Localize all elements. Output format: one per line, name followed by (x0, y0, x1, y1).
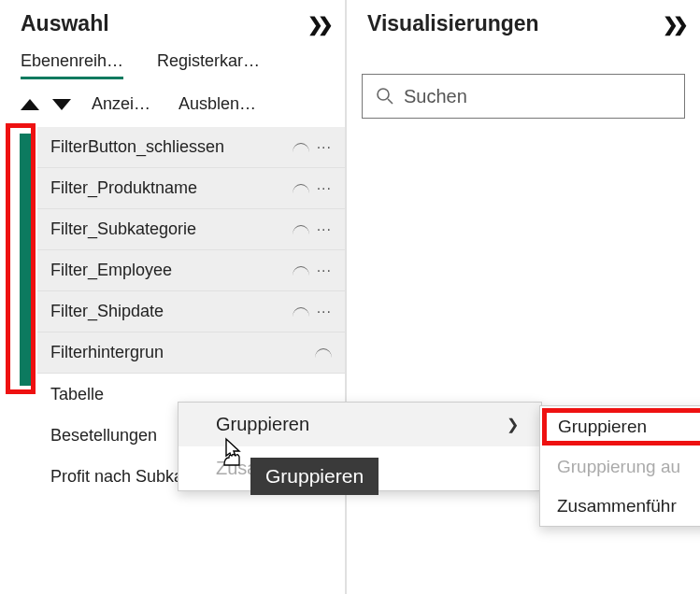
more-icon[interactable]: ··· (317, 139, 332, 156)
layer-label: Filter_Subkategorie (50, 219, 293, 239)
layer-item[interactable]: Filter_Employee ··· (37, 250, 345, 291)
submenu-item-ungroup: Gruppierung au (540, 447, 700, 487)
more-icon[interactable]: ··· (317, 221, 332, 238)
layer-label: Filterhintergrun (50, 343, 315, 362)
tab-tab-order[interactable]: Registerkar… (157, 51, 260, 79)
move-down-icon[interactable] (52, 99, 71, 110)
show-all-button[interactable]: Anzei… (92, 94, 150, 114)
visualizations-header: Visualisierungen ❯❯ (347, 0, 700, 51)
more-icon[interactable]: ··· (317, 304, 332, 320)
visibility-icon[interactable] (293, 184, 309, 193)
context-menu: Gruppieren ❯ Zusa (178, 402, 542, 491)
visibility-icon[interactable] (293, 266, 309, 276)
layer-label: Filter_Employee (50, 261, 293, 280)
selection-tabs: Ebenenreih… Registerkar… (0, 51, 345, 79)
tab-layer-order[interactable]: Ebenenreih… (21, 51, 123, 79)
submenu-label: Gruppierung au (557, 457, 680, 477)
selection-title: Auswahl (21, 11, 109, 36)
move-up-icon[interactable] (21, 99, 39, 110)
layer-item[interactable]: Filter_Shipdate ··· (37, 291, 345, 332)
context-item-group[interactable]: Gruppieren ❯ (179, 403, 541, 446)
selection-header: Auswahl ❯❯ (0, 0, 345, 51)
layer-item[interactable]: Filter_Produktname ··· (37, 168, 345, 209)
hide-all-button[interactable]: Ausblen… (179, 94, 256, 114)
layer-label: Filter_Shipdate (50, 302, 293, 321)
context-label: Zusa (216, 458, 257, 479)
context-label: Gruppieren (216, 414, 309, 435)
visibility-icon[interactable] (293, 307, 309, 317)
visibility-icon[interactable] (293, 143, 309, 152)
selection-highlight-annotation (6, 123, 36, 394)
svg-line-1 (388, 99, 393, 104)
selection-pane: Auswahl ❯❯ Ebenenreih… Registerkar… Anze… (0, 0, 346, 594)
layer-label: FilterButton_schliessen (50, 137, 293, 157)
layer-item[interactable]: Filter_Subkategorie ··· (37, 209, 345, 250)
search-placeholder: Suchen (404, 86, 467, 107)
visualizations-title: Visualisierungen (367, 11, 539, 36)
context-item-merge: Zusa (179, 446, 541, 490)
visibility-icon[interactable] (315, 348, 332, 358)
collapse-right-icon[interactable]: ❯❯ (663, 13, 683, 35)
submenu-label: Zusammenführ (557, 496, 677, 516)
collapse-right-icon[interactable]: ❯❯ (307, 13, 328, 35)
more-icon[interactable]: ··· (317, 180, 332, 197)
submenu-item-merge[interactable]: Zusammenführ (540, 487, 700, 526)
layer-label: Filter_Produktname (50, 178, 293, 198)
layer-item[interactable]: Filterhintergrun (37, 332, 345, 374)
more-icon[interactable]: ··· (317, 262, 332, 279)
svg-point-0 (378, 89, 389, 100)
layer-toolbar: Anzei… Ausblen… (0, 79, 345, 123)
visibility-icon[interactable] (293, 225, 309, 234)
chevron-right-icon: ❯ (507, 416, 519, 433)
layer-item[interactable]: FilterButton_schliessen ··· (37, 127, 345, 168)
context-submenu: Gruppieren Gruppierung au Zusammenführ (539, 405, 700, 527)
submenu-item-group[interactable]: Gruppieren (542, 408, 700, 446)
search-icon (376, 87, 394, 106)
submenu-label: Gruppieren (558, 417, 647, 437)
search-input[interactable]: Suchen (362, 74, 685, 119)
